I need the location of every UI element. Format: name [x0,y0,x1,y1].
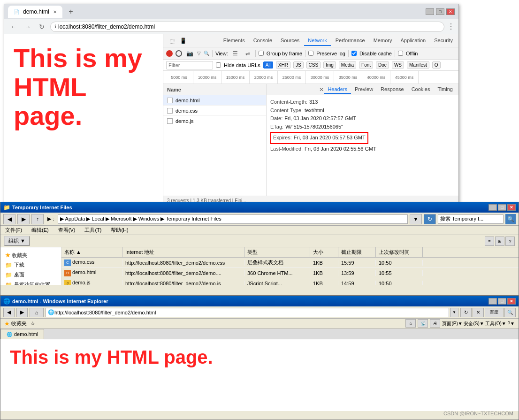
url-bar[interactable]: ℹ localhost:8080/filter_demo2/demo.html [50,22,444,32]
filter-all-btn[interactable]: All [263,61,273,69]
tab-memory[interactable]: Memory [370,36,396,46]
ie-print-btn[interactable]: 🖨 [430,319,440,328]
reload-button[interactable]: ↻ [36,21,47,32]
menu-help[interactable]: 帮助(H) [108,226,131,235]
temp-minimize-btn[interactable]: _ [488,204,497,211]
ie-home-btn[interactable]: ⌂ [30,308,44,317]
menu-file[interactable]: 文件(F) [2,226,25,235]
view-tile-icon[interactable]: ⊞ [495,237,504,246]
ie-forward-btn[interactable]: ▶ [16,308,28,317]
temp-up-btn[interactable]: ↑ [31,214,44,224]
tab-network[interactable]: Network [304,36,330,46]
forward-button[interactable]: → [22,21,33,32]
temp-address-bar[interactable]: ▶ AppData ▶ Local ▶ Microsoft ▶ Windows … [58,214,408,224]
col-header-modified[interactable]: 上次修改时间 [376,247,423,257]
request-item-demo-js[interactable]: demo.js [163,116,266,126]
back-button[interactable]: ← [8,21,19,32]
response-tab-cookies[interactable]: Cookies [408,85,434,94]
col-header-type[interactable]: 类型 [244,247,310,257]
sidebar-recent[interactable]: 📁 最近访问的位置 [2,280,59,285]
temp-forward-btn[interactable]: ▶ [17,214,30,224]
filter-media-btn[interactable]: Media [339,61,356,69]
ie-back-btn[interactable]: ◀ [3,308,15,317]
filter-icon[interactable]: ▽ [197,51,201,56]
chrome-tab[interactable]: 📄 demo.html ✕ [8,6,62,18]
stop-recording-button[interactable] [176,50,182,57]
list-view-icon[interactable]: ☰ [231,49,240,58]
ie-tab-demo-html[interactable]: 🌐 demo.html [0,329,44,339]
filter-js-btn[interactable]: JS [293,61,304,69]
hide-data-urls-checkbox[interactable] [216,62,221,68]
tab-security[interactable]: Security [430,36,457,46]
response-tab-preview[interactable]: Preview [351,85,377,94]
temp-refresh-btn[interactable]: ↻ [424,214,436,224]
new-tab-button[interactable]: + [64,6,77,17]
device-toolbar-icon[interactable]: 📱 [178,36,188,46]
ie-close-btn[interactable]: ✕ [507,298,516,305]
view-list-icon[interactable]: ≡ [485,237,494,246]
camera-icon[interactable]: 📷 [185,49,194,58]
help-icon[interactable]: ? [505,237,515,246]
ie-restore-btn[interactable]: □ [498,298,506,305]
response-tab-timing[interactable]: Timing [434,85,457,94]
filter-ws-btn[interactable]: WS [392,61,404,69]
temp-restore-btn[interactable]: □ [498,204,506,211]
ie-rss-btn[interactable]: 📡 [418,319,428,328]
tab-performance[interactable]: Performance [332,36,369,46]
response-tab-response[interactable]: Response [377,85,408,94]
preserve-log-checkbox[interactable] [308,51,313,56]
col-header-url[interactable]: Internet 地址 [122,247,244,257]
ie-stop-btn[interactable]: ✕ [473,308,484,317]
apps-icon[interactable]: ⋮ [447,22,455,31]
offline-checkbox[interactable] [398,51,403,56]
col-header-size[interactable]: 大小 [310,247,338,257]
col-header-expires[interactable]: 截止期限 [338,247,376,257]
ie-address-dropdown[interactable]: ▼ [450,308,458,317]
tab-elements[interactable]: Elements [220,36,249,46]
ie-address-bar[interactable]: 🌐 http://localhost:8080/filter_demo2/dem… [46,308,449,317]
col-header-name[interactable]: 名称 ▲ [61,247,122,257]
close-button[interactable]: ✕ [446,8,455,15]
temp-close-btn[interactable]: ✕ [507,204,516,211]
filter-other-btn[interactable]: O [432,61,441,69]
record-button[interactable] [166,50,173,57]
tab-close-icon[interactable]: ✕ [53,9,57,15]
tab-console[interactable]: Console [250,36,276,46]
menu-edit[interactable]: 编辑(E) [29,226,52,235]
tab-sources[interactable]: Sources [277,36,303,46]
menu-tools[interactable]: 工具(T) [82,226,104,235]
response-close-icon[interactable]: ✕ [319,86,324,93]
file-row-js[interactable]: J demo.js http://localhost:8080/filter_d… [61,278,519,285]
filter-css-btn[interactable]: CSS [306,61,321,69]
ie-refresh-btn[interactable]: ↻ [460,308,472,317]
tab-application[interactable]: Application [397,36,429,46]
temp-search-btn[interactable]: 🔍 [505,214,516,224]
ie-home-icon-btn[interactable]: ⌂ [405,319,416,328]
temp-back-btn[interactable]: ◀ [3,214,15,224]
restore-button[interactable]: □ [436,8,444,15]
filter-manifest-btn[interactable]: Manifest [407,61,429,69]
filter-font-btn[interactable]: Font [359,61,373,69]
select-element-icon[interactable]: ⬚ [167,36,176,46]
response-tab-headers[interactable]: Headers [324,85,351,94]
ie-search-submit-btn[interactable]: 🔍 [504,308,516,317]
favorites-button[interactable]: ★ 收藏夹 [4,320,27,327]
file-row-css[interactable]: C demo.css http://localhost:8080/filter_… [61,258,519,268]
minimize-button[interactable]: — [426,8,434,15]
filter-input[interactable] [166,61,213,69]
filter-doc-btn[interactable]: Doc [376,61,389,69]
group-by-frame-checkbox[interactable] [259,51,264,56]
filter-xhr-btn[interactable]: XHR [276,61,290,69]
organize-button[interactable]: 组织 ▼ [4,236,30,246]
sidebar-desktop[interactable]: 📁 桌面 [2,270,59,280]
disable-cache-checkbox[interactable] [351,51,357,56]
waterfall-view-icon[interactable]: ⇌ [243,49,252,58]
file-row-html[interactable]: H demo.html http://localhost:8080/filter… [61,268,519,278]
filter-img-btn[interactable]: Img [323,61,336,69]
request-item-demo-html[interactable]: demo.html [163,95,266,106]
ie-minimize-btn[interactable]: _ [488,298,497,305]
request-item-demo-css[interactable]: demo.css [163,106,266,116]
menu-view[interactable]: 查看(V) [55,226,78,235]
temp-search-bar[interactable]: 搜索 Temporary I... [438,214,504,224]
temp-address-dropdown[interactable]: ▼ [410,214,422,224]
